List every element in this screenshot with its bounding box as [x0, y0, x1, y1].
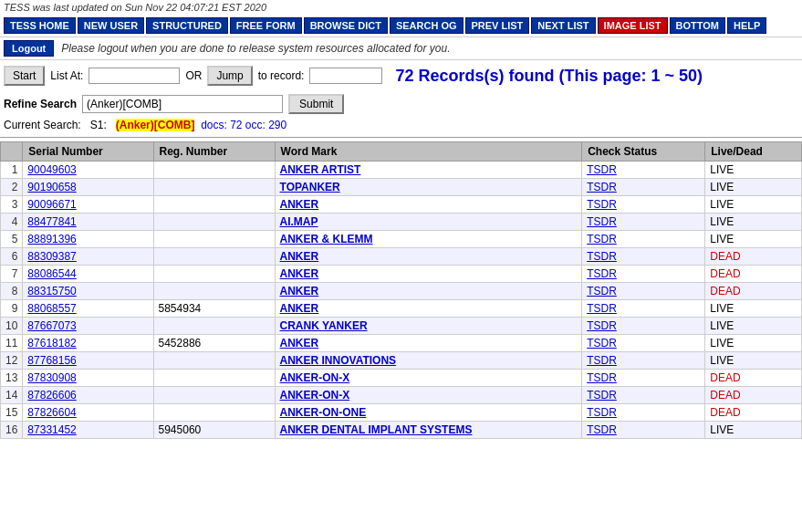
tsdr-link[interactable]: TSDR — [587, 163, 617, 176]
row-number: 11 — [1, 335, 23, 352]
table-row: 488477841AI.MAPTSDRLIVE — [1, 214, 802, 231]
to-record-input[interactable] — [309, 68, 382, 84]
logout-message: Please logout when you are done to relea… — [61, 42, 450, 55]
refine-input[interactable] — [82, 95, 283, 113]
serial-link[interactable]: 88309387 — [27, 250, 76, 263]
tsdr-link[interactable]: TSDR — [587, 389, 617, 402]
serial-link[interactable]: 87667073 — [27, 319, 76, 332]
serial-link[interactable]: 87618182 — [27, 337, 76, 349]
image-list-button[interactable]: IMAGE LIST — [598, 17, 668, 34]
live-dead: DEAD — [705, 266, 802, 283]
table-row: 1087667073CRANK YANKERTSDRLIVE — [1, 318, 802, 335]
mark-link[interactable]: ANKER-ON-X — [280, 389, 350, 402]
tsdr-link[interactable]: TSDR — [587, 354, 617, 367]
tsdr-link[interactable]: TSDR — [587, 215, 617, 228]
serial-number: 87667073 — [23, 318, 153, 335]
table-row: 1387830908ANKER-ON-XTSDRDEAD — [1, 370, 802, 387]
tsdr-link[interactable]: TSDR — [587, 302, 617, 315]
mark-link[interactable]: ANKER — [280, 302, 319, 315]
mark-link[interactable]: CRANK YANKER — [280, 319, 368, 332]
serial-number: 88315750 — [23, 283, 153, 300]
mark-link[interactable]: ANKER — [280, 250, 319, 263]
col-header-num — [1, 142, 23, 162]
col-header-live: Live/Dead — [705, 142, 802, 162]
check-status: TSDR — [582, 266, 705, 283]
tsdr-link[interactable]: TSDR — [587, 423, 617, 436]
tsdr-link[interactable]: TSDR — [587, 250, 617, 263]
live-dead: LIVE — [705, 300, 802, 318]
tsdr-link[interactable]: TSDR — [587, 319, 617, 332]
submit-button[interactable]: Submit — [288, 94, 344, 114]
serial-link[interactable]: 88068557 — [27, 302, 76, 315]
tess-home-button[interactable]: TESS HOME — [4, 17, 76, 34]
serial-link[interactable]: 88086544 — [27, 267, 76, 280]
table-row: 1487826606ANKER-ON-XTSDRDEAD — [1, 387, 802, 404]
list-at-input[interactable] — [89, 68, 180, 84]
check-status: TSDR — [582, 335, 705, 352]
mark-link[interactable]: ANKER ARTIST — [280, 163, 361, 176]
reg-number — [153, 179, 275, 196]
serial-link[interactable]: 90190658 — [27, 181, 76, 193]
mark-link[interactable]: ANKER — [280, 337, 319, 349]
next-list-button[interactable]: NEXT LIST — [531, 17, 595, 34]
serial-link[interactable]: 87826604 — [27, 406, 76, 419]
reg-number — [153, 248, 275, 266]
bottom-button[interactable]: BOTTOM — [670, 17, 725, 34]
tsdr-link[interactable]: TSDR — [587, 267, 617, 280]
serial-link[interactable]: 90049603 — [27, 163, 76, 176]
help-button[interactable]: HELP — [727, 17, 766, 34]
search-og-button[interactable]: SEARCH OG — [390, 17, 463, 34]
mark-link[interactable]: ANKER — [280, 267, 319, 280]
table-row: 588891396ANKER & KLEMMTSDRLIVE — [1, 231, 802, 248]
current-search-comb: (Anker)[COMB] — [116, 119, 195, 131]
reg-number — [153, 387, 275, 404]
mark-link[interactable]: AI.MAP — [280, 215, 318, 228]
tsdr-link[interactable]: TSDR — [587, 181, 617, 193]
results-text: 72 Records(s) found (This page: 1 ~ 50) — [395, 67, 703, 86]
jump-button[interactable]: Jump — [207, 66, 252, 86]
serial-link[interactable]: 90096671 — [27, 198, 76, 211]
tsdr-link[interactable]: TSDR — [587, 198, 617, 211]
tsdr-link[interactable]: TSDR — [587, 337, 617, 349]
mark-link[interactable]: TOPANKER — [280, 181, 340, 193]
new-user-button[interactable]: NEW USER — [78, 17, 144, 34]
serial-link[interactable]: 87331452 — [27, 423, 76, 436]
tsdr-link[interactable]: TSDR — [587, 285, 617, 297]
free-form-button[interactable]: FREE FORM — [230, 17, 302, 34]
serial-number: 88068557 — [23, 300, 153, 318]
tsdr-link[interactable]: TSDR — [587, 371, 617, 384]
structured-button[interactable]: STRUCTURED — [146, 17, 228, 34]
mark-link[interactable]: ANKER INNOVATIONS — [280, 354, 397, 367]
word-mark: ANKER — [275, 266, 582, 283]
logout-bar: Logout Please logout when you are done t… — [0, 37, 802, 60]
row-number: 3 — [1, 196, 23, 214]
serial-link[interactable]: 87826606 — [27, 389, 76, 402]
serial-link[interactable]: 88315750 — [27, 285, 76, 297]
live-dead: LIVE — [705, 214, 802, 231]
serial-number: 87826606 — [23, 387, 153, 404]
mark-link[interactable]: ANKER DENTAL IMPLANT SYSTEMS — [280, 423, 473, 436]
serial-link[interactable]: 88891396 — [27, 233, 76, 245]
word-mark: CRANK YANKER — [275, 318, 582, 335]
serial-link[interactable]: 87768156 — [27, 354, 76, 367]
serial-link[interactable]: 87830908 — [27, 371, 76, 384]
tsdr-link[interactable]: TSDR — [587, 406, 617, 419]
row-number: 9 — [1, 300, 23, 318]
mark-link[interactable]: ANKER-ON-X — [280, 371, 350, 384]
row-number: 10 — [1, 318, 23, 335]
word-mark: AI.MAP — [275, 214, 582, 231]
tsdr-link[interactable]: TSDR — [587, 233, 617, 245]
logout-button[interactable]: Logout — [4, 40, 54, 57]
browse-dict-button[interactable]: BROWSE DICT — [304, 17, 388, 34]
table-row: 1287768156ANKER INNOVATIONSTSDRLIVE — [1, 352, 802, 370]
mark-link[interactable]: ANKER — [280, 285, 319, 297]
current-search-suffix: docs: 72 occ: 290 — [198, 119, 286, 131]
mark-link[interactable]: ANKER & KLEMM — [280, 233, 373, 245]
serial-number: 90190658 — [23, 179, 153, 196]
col-header-mark: Word Mark — [275, 142, 582, 162]
start-button[interactable]: Start — [4, 66, 45, 86]
mark-link[interactable]: ANKER — [280, 198, 319, 211]
serial-link[interactable]: 88477841 — [27, 215, 76, 228]
mark-link[interactable]: ANKER-ON-ONE — [280, 406, 367, 419]
prev-list-button[interactable]: PREV LIST — [465, 17, 530, 34]
